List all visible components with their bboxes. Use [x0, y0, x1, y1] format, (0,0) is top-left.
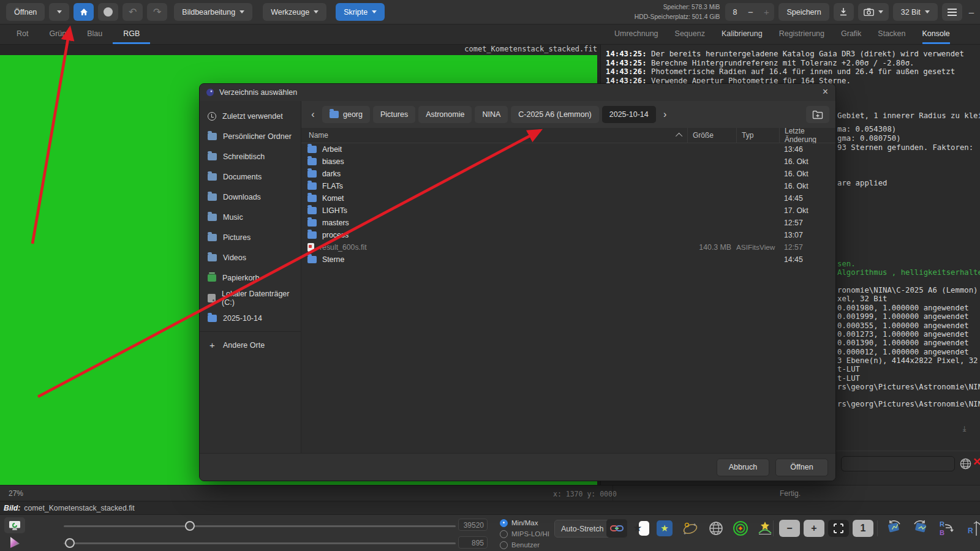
close-icon[interactable]: ×: [823, 86, 828, 97]
channel-tab-rot[interactable]: Rot: [6, 24, 39, 44]
close-icon[interactable]: ✕: [973, 455, 980, 468]
breadcrumb-georg[interactable]: georg: [322, 106, 370, 123]
tab-kalibrierung[interactable]: Kalibrierung: [722, 24, 763, 44]
high-slider-thumb[interactable]: [185, 521, 195, 531]
comet-tool-button[interactable]: [680, 519, 701, 538]
breadcrumb-2025-10-14[interactable]: 2025-10-14: [602, 106, 656, 123]
breadcrumb-back-button[interactable]: ‹: [307, 109, 318, 120]
tab-umrechnung[interactable]: Umrechnung: [614, 24, 658, 44]
open-directory-button[interactable]: Öffnen: [775, 459, 828, 476]
sidebar-item-zuletzt-verwendet[interactable]: Zuletzt verwendet: [200, 106, 301, 126]
tab-grafik[interactable]: Grafik: [841, 24, 861, 44]
breadcrumb-astronomie[interactable]: Astronomie: [418, 106, 472, 123]
zoom-100-button[interactable]: 1: [853, 520, 873, 537]
tab-stacken[interactable]: Stacken: [878, 24, 905, 44]
low-value-field[interactable]: 895: [458, 536, 488, 549]
mirror-button[interactable]: R: [967, 519, 980, 538]
swap-channels-button[interactable]: R B: [936, 519, 957, 538]
breadcrumb-forward-button[interactable]: ›: [660, 109, 671, 120]
new-folder-button[interactable]: [806, 106, 829, 123]
dialog-titlebar[interactable]: Verzeichnis auswählen ×: [200, 84, 835, 102]
threads-decrement-button[interactable]: −: [742, 7, 758, 17]
tab-sequenz[interactable]: Sequenz: [675, 24, 705, 44]
gamut-check-button[interactable]: [6, 535, 23, 550]
high-value-field[interactable]: 39520: [458, 519, 488, 531]
file-row[interactable]: result_600s.fit140.3 MBASIFitsView12:57: [301, 241, 835, 253]
breadcrumb-c-2025-a6-lemmon[interactable]: C-2025 A6 (Lemmon): [511, 106, 599, 123]
bit-depth-dropdown[interactable]: 32 Bit: [893, 3, 938, 21]
file-row[interactable]: FLATs16. Okt: [301, 180, 835, 192]
channel-tab-blau[interactable]: Blau: [77, 24, 113, 44]
redo-button[interactable]: ↷: [147, 3, 167, 21]
sidebar-item-lokaler-datentr-ger-c[interactable]: Lokaler Datenträger (C:): [200, 288, 301, 308]
sidebar-item-papierkorb[interactable]: Papierkorb: [200, 268, 301, 288]
menu-scripts[interactable]: Skripte: [336, 3, 385, 21]
processing-indicator-button[interactable]: [98, 3, 118, 21]
cancel-button[interactable]: Abbruch: [717, 459, 769, 476]
sidebar-item-pers-nlicher-ordner[interactable]: Persönlicher Ordner: [200, 126, 301, 146]
menu-image-processing[interactable]: Bildbearbeitung: [174, 3, 252, 21]
file-row[interactable]: Arbeit13:46: [301, 143, 835, 156]
file-row[interactable]: Sterne14:45: [301, 253, 835, 266]
save-button[interactable]: Speichern: [778, 3, 829, 21]
open-button[interactable]: Öffnen: [6, 3, 45, 21]
psf-button[interactable]: [755, 519, 775, 538]
file-row[interactable]: LIGHTs17. Okt: [301, 204, 835, 217]
photometry-button[interactable]: [730, 519, 751, 538]
command-help-button[interactable]: [959, 457, 972, 470]
home-button[interactable]: [74, 3, 94, 21]
channel-tab-rgb[interactable]: RGB: [113, 24, 150, 44]
high-slider[interactable]: [64, 525, 456, 527]
radio-min-max[interactable]: Min/Max: [500, 518, 538, 528]
save-as-button[interactable]: [834, 3, 854, 21]
low-slider-thumb[interactable]: [65, 538, 75, 548]
threads-increment-button[interactable]: +: [758, 7, 774, 17]
low-slider[interactable]: [64, 542, 456, 544]
file-type: ASIFitsView: [736, 243, 779, 252]
file-row[interactable]: biases16. Okt: [301, 156, 835, 168]
undo-button[interactable]: ↶: [123, 3, 143, 21]
breadcrumb-nina[interactable]: NINA: [475, 106, 508, 123]
sidebar-item-music[interactable]: Music: [200, 207, 301, 227]
display-profile-button[interactable]: [4, 517, 25, 533]
sidebar-item-andere-orte[interactable]: +Andere Orte: [200, 335, 301, 355]
star-detection-button[interactable]: ★: [654, 519, 675, 538]
file-row[interactable]: Komet14:45: [301, 192, 835, 204]
file-list[interactable]: Arbeit13:46biases16. Oktdarks16. OktFLAT…: [301, 143, 835, 454]
column-header-size[interactable]: Größe: [687, 128, 736, 143]
snapshot-button[interactable]: [858, 3, 889, 21]
sidebar-item-documents[interactable]: Documents: [200, 167, 301, 187]
sidebar-item-downloads[interactable]: Downloads: [200, 187, 301, 207]
menu-tools[interactable]: Werkzeuge: [263, 3, 326, 21]
command-input[interactable]: [841, 456, 955, 471]
hamburger-menu-button[interactable]: [942, 3, 962, 21]
zoom-fit-button[interactable]: [828, 520, 849, 537]
zoom-in-button[interactable]: +: [804, 520, 824, 537]
channel-link-button[interactable]: [606, 519, 627, 538]
file-row[interactable]: masters12:57: [301, 217, 835, 229]
tab-registrierung[interactable]: Registrierung: [779, 24, 824, 44]
column-header-name[interactable]: Name: [301, 131, 687, 140]
astrometry-button[interactable]: [706, 519, 726, 538]
radio-mips-lo-hi[interactable]: MIPS-LO/HI: [500, 529, 549, 539]
column-header-modified[interactable]: Letzte Änderung: [779, 128, 835, 143]
breadcrumb-pictures[interactable]: Pictures: [373, 106, 415, 123]
rotate-left-button[interactable]: [883, 519, 904, 538]
threads-spinner[interactable]: 8 − +: [725, 3, 774, 21]
channel-tab-gr-n[interactable]: Grün: [39, 24, 77, 44]
sidebar-item-videos[interactable]: Videos: [200, 247, 301, 268]
file-row[interactable]: darks16. Okt: [301, 168, 835, 180]
sidebar-item-schreibtisch[interactable]: Schreibtisch: [200, 146, 301, 167]
sidebar-item-pictures[interactable]: Pictures: [200, 227, 301, 247]
radio-benutzer[interactable]: Benutzer: [500, 540, 540, 550]
zoom-out-button[interactable]: −: [779, 520, 800, 537]
rotate-right-button[interactable]: [910, 519, 931, 538]
tab-konsole[interactable]: Konsole: [922, 24, 950, 44]
star-mask-toggle-button[interactable]: ★: [631, 519, 652, 538]
console-export-icon[interactable]: ⤓: [963, 424, 966, 433]
file-row[interactable]: process13:07: [301, 229, 835, 241]
open-recent-dropdown-button[interactable]: [49, 3, 69, 21]
minimize-button[interactable]: –: [969, 7, 974, 17]
sidebar-item-2025-10-14[interactable]: 2025-10-14: [200, 308, 301, 328]
column-header-type[interactable]: Typ: [736, 128, 779, 143]
